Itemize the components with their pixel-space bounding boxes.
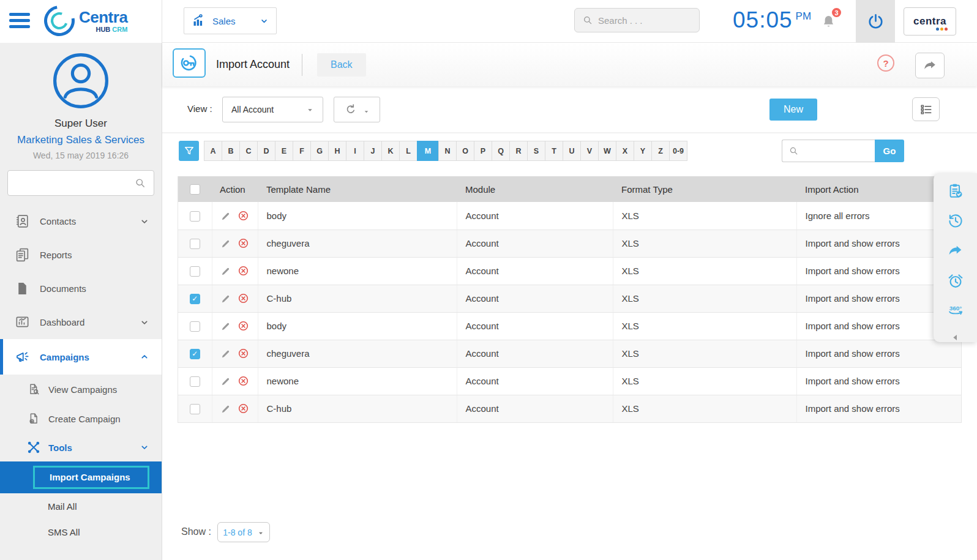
delete-icon[interactable] xyxy=(238,237,249,249)
delete-icon[interactable] xyxy=(238,375,249,387)
alpha-letter-0-9[interactable]: 0-9 xyxy=(669,141,687,161)
row-checkbox[interactable] xyxy=(190,376,200,387)
sidebar-item-view-campaigns[interactable]: View Campaigns xyxy=(0,375,162,404)
alpha-letter-f[interactable]: F xyxy=(293,141,311,161)
delete-icon[interactable] xyxy=(238,403,249,414)
deg360-icon[interactable]: 360° xyxy=(947,302,964,319)
sidebar-search-input[interactable] xyxy=(15,178,134,188)
alpha-letter-d[interactable]: D xyxy=(257,141,275,161)
clipboard-check-icon[interactable] xyxy=(947,182,964,200)
alarm-icon[interactable] xyxy=(947,272,964,289)
go-button[interactable]: Go xyxy=(875,140,904,162)
global-search xyxy=(574,8,700,32)
hamburger-menu-icon[interactable] xyxy=(9,13,30,31)
alpha-letter-j[interactable]: J xyxy=(364,141,382,161)
refresh-button[interactable] xyxy=(334,97,380,122)
edit-icon[interactable] xyxy=(220,211,231,222)
sidebar-item-campaigns[interactable]: Campaigns xyxy=(0,339,162,375)
new-button[interactable]: New xyxy=(769,99,817,121)
user-department[interactable]: Marketing Sales & Services xyxy=(0,134,162,146)
row-checkbox[interactable] xyxy=(190,239,200,249)
sidebar-item-sms-all[interactable]: SMS All xyxy=(0,519,162,545)
logout-power-button[interactable] xyxy=(856,0,895,43)
row-checkbox[interactable] xyxy=(190,404,200,414)
user-avatar[interactable] xyxy=(51,51,110,110)
help-button[interactable]: ? xyxy=(877,54,894,72)
alpha-letter-c[interactable]: C xyxy=(239,141,258,161)
view-dropdown[interactable]: All Account xyxy=(222,97,323,122)
history-icon[interactable] xyxy=(947,212,964,230)
row-checkbox[interactable] xyxy=(190,321,200,332)
global-search-input[interactable] xyxy=(598,15,692,26)
alpha-letter-t[interactable]: T xyxy=(545,141,563,161)
alpha-letter-x[interactable]: X xyxy=(616,141,634,161)
alpha-letter-g[interactable]: G xyxy=(310,141,329,161)
edit-icon[interactable] xyxy=(220,266,231,277)
row-checkbox[interactable]: ✓ xyxy=(190,349,200,359)
delete-icon[interactable] xyxy=(238,293,249,304)
alpha-letter-h[interactable]: H xyxy=(328,141,346,161)
sidebar-item-dashboard[interactable]: Dashboard xyxy=(0,305,162,339)
alpha-letter-m[interactable]: M xyxy=(417,141,439,161)
page-header: Import Account Back ? xyxy=(162,43,977,86)
edit-icon[interactable] xyxy=(220,321,231,332)
delete-icon[interactable] xyxy=(238,265,249,277)
import-key-button[interactable] xyxy=(173,48,206,78)
collapse-panel-icon[interactable] xyxy=(950,332,960,343)
sidebar-item-contacts[interactable]: Contacts xyxy=(0,204,162,238)
share-icon[interactable] xyxy=(947,242,964,259)
topbar: Centra HUBCRM Sales 05:05PM 3 centra xyxy=(0,0,977,43)
row-checkbox[interactable] xyxy=(190,266,200,277)
alpha-letter-r[interactable]: R xyxy=(509,141,528,161)
row-action-cell xyxy=(212,340,258,367)
share-icon xyxy=(923,58,938,73)
alpha-letter-u[interactable]: U xyxy=(563,141,581,161)
alpha-letter-o[interactable]: O xyxy=(456,141,474,161)
module-selector[interactable]: Sales xyxy=(184,7,277,34)
alpha-letter-a[interactable]: A xyxy=(204,141,222,161)
pagination-dropdown[interactable]: 1-8 of 8 xyxy=(217,522,270,542)
select-all-checkbox[interactable] xyxy=(190,184,200,195)
edit-icon[interactable] xyxy=(220,293,231,304)
delete-icon[interactable] xyxy=(238,348,249,359)
alpha-letter-e[interactable]: E xyxy=(275,141,293,161)
sidebar-item-reports[interactable]: Reports xyxy=(0,238,162,272)
notifications-bell-icon[interactable]: 3 xyxy=(820,13,837,31)
alpha-letter-s[interactable]: S xyxy=(527,141,545,161)
alpha-letter-b[interactable]: B xyxy=(222,141,240,161)
cell-template-name: body xyxy=(258,312,457,340)
sidebar-item-documents[interactable]: Documents xyxy=(0,272,162,305)
alpha-letter-z[interactable]: Z xyxy=(651,141,670,161)
edit-icon[interactable] xyxy=(220,403,231,414)
cell-import-action: Import and show errors xyxy=(796,395,961,422)
back-button[interactable]: Back xyxy=(317,53,366,77)
topbar-left: Centra HUBCRM xyxy=(0,0,162,43)
alpha-letter-n[interactable]: N xyxy=(438,141,457,161)
refresh-icon xyxy=(344,103,357,116)
cell-module: Account xyxy=(457,340,613,367)
alpha-letter-p[interactable]: P xyxy=(474,141,492,161)
sidebar-item-import-campaigns[interactable]: Import Campaigns xyxy=(0,461,162,493)
edit-icon[interactable] xyxy=(220,376,231,387)
alpha-letter-v[interactable]: V xyxy=(580,141,599,161)
alpha-letter-l[interactable]: L xyxy=(399,141,417,161)
delete-icon[interactable] xyxy=(238,320,249,332)
delete-icon[interactable] xyxy=(238,210,249,222)
edit-icon[interactable] xyxy=(220,238,231,249)
list-view-button[interactable] xyxy=(912,97,940,121)
alpha-letter-y[interactable]: Y xyxy=(634,141,652,161)
row-checkbox[interactable]: ✓ xyxy=(190,294,200,304)
row-action-cell xyxy=(212,230,258,257)
edit-icon[interactable] xyxy=(220,348,231,359)
share-button[interactable] xyxy=(915,53,945,78)
table-search-input[interactable] xyxy=(804,146,869,156)
sidebar-item-create-campaign[interactable]: Create Campaign xyxy=(0,404,162,433)
row-checkbox[interactable] xyxy=(190,211,200,222)
alpha-letter-w[interactable]: W xyxy=(598,141,616,161)
alpha-letter-k[interactable]: K xyxy=(381,141,400,161)
sidebar-item-mail-all[interactable]: Mail All xyxy=(0,493,162,519)
sidebar-item-tools[interactable]: Tools xyxy=(0,433,162,461)
filter-button[interactable] xyxy=(179,141,199,161)
alpha-letter-i[interactable]: I xyxy=(346,141,364,161)
alpha-letter-q[interactable]: Q xyxy=(492,141,510,161)
